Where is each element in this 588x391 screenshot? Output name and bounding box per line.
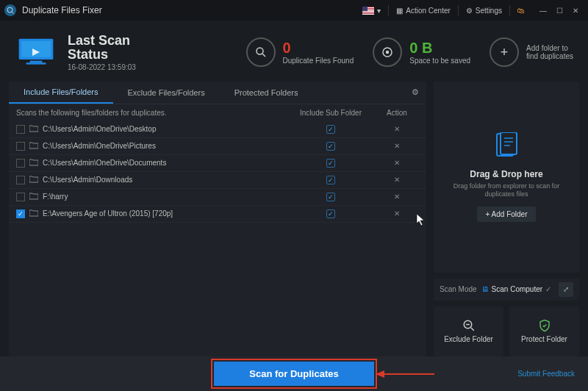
include-subfolder-checkbox[interactable]: ✓ bbox=[287, 209, 375, 218]
folder-icon bbox=[29, 193, 38, 201]
folder-path: C:\Users\Admin\Downloads bbox=[43, 176, 287, 184]
folder-list: C:\Users\Admin\OneDrive\Desktop✓✕C:\User… bbox=[9, 121, 426, 356]
include-subfolder-checkbox[interactable]: ✓ bbox=[287, 176, 375, 184]
cart-icon: 🛍 bbox=[517, 7, 525, 15]
folder-path: C:\Users\Admin\OneDrive\Documents bbox=[43, 159, 287, 167]
svg-rect-4 bbox=[26, 63, 46, 65]
flag-icon bbox=[362, 7, 374, 15]
row-checkbox[interactable]: ✓ bbox=[16, 209, 25, 218]
folder-icon bbox=[29, 142, 38, 151]
remove-row-button[interactable]: ✕ bbox=[375, 209, 419, 218]
magnifier-minus-icon bbox=[462, 319, 476, 332]
row-checkbox[interactable] bbox=[16, 159, 25, 168]
settings-button[interactable]: ⚙ Settings bbox=[460, 7, 508, 15]
row-checkbox[interactable] bbox=[16, 176, 25, 184]
expand-button[interactable]: ⤢ bbox=[559, 282, 573, 297]
include-subfolder-checkbox[interactable]: ✓ bbox=[287, 159, 375, 168]
drop-desc: Drag folder from explorer to scan for du… bbox=[441, 182, 572, 199]
folder-icon bbox=[29, 209, 38, 218]
titlebar: Duplicate Files Fixer ▾ ▦ Action Center … bbox=[0, 0, 588, 21]
svg-point-0 bbox=[7, 7, 12, 12]
remove-row-button[interactable]: ✕ bbox=[375, 125, 419, 133]
footer: Scan for Duplicates Submit Feedback bbox=[0, 356, 588, 391]
protect-folder-button[interactable]: Protect Folder bbox=[509, 306, 579, 356]
scan-button-highlight: Scan for Duplicates bbox=[211, 359, 376, 389]
svg-rect-3 bbox=[30, 61, 43, 63]
table-row: ✓E:\Avengers Age of Ultron (2015) [720p]… bbox=[9, 206, 426, 223]
remove-row-button[interactable]: ✕ bbox=[375, 159, 419, 167]
header: Last ScanStatus 16-08-2022 13:59:03 0 Du… bbox=[0, 21, 588, 82]
tab-settings-button[interactable]: ⚙ bbox=[404, 83, 426, 101]
monitor-icon bbox=[15, 36, 57, 68]
folder-path: F:\harry bbox=[43, 193, 287, 201]
close-button[interactable]: ✕ bbox=[567, 2, 584, 18]
files-panel: Include Files/Folders Exclude Files/Fold… bbox=[9, 82, 426, 356]
last-scan-status: Last ScanStatus 16-08-2022 13:59:03 bbox=[68, 34, 136, 71]
add-folder-header-button[interactable]: + Add folder to find duplicates bbox=[490, 37, 573, 67]
row-checkbox[interactable] bbox=[16, 125, 25, 134]
language-flag[interactable]: ▾ bbox=[356, 7, 387, 15]
include-subfolder-checkbox[interactable]: ✓ bbox=[287, 125, 375, 134]
tab-include[interactable]: Include Files/Folders bbox=[9, 82, 113, 104]
space-saved-stat: 0 B Space to be saved bbox=[373, 37, 470, 67]
gear-icon: ⚙ bbox=[466, 7, 473, 15]
drop-title: Drag & Drop here bbox=[470, 169, 542, 179]
scan-button[interactable]: Scan for Duplicates bbox=[214, 362, 373, 386]
table-row: C:\Users\Admin\OneDrive\Documents✓✕ bbox=[9, 155, 426, 172]
magnifier-icon bbox=[246, 37, 276, 67]
table-row: C:\Users\Admin\Downloads✓✕ bbox=[9, 172, 426, 189]
grid-icon: ▦ bbox=[396, 7, 403, 15]
drop-zone[interactable]: Drag & Drop here Drag folder from explor… bbox=[434, 82, 579, 273]
folder-icon bbox=[29, 159, 38, 168]
cart-button[interactable]: 🛍 bbox=[512, 7, 531, 15]
action-center-button[interactable]: ▦ Action Center bbox=[390, 7, 456, 15]
folder-path: E:\Avengers Age of Ultron (2015) [720p] bbox=[43, 209, 287, 218]
remove-row-button[interactable]: ✕ bbox=[375, 193, 419, 201]
svg-point-7 bbox=[387, 51, 389, 54]
table-header: Scans the following files/folders for du… bbox=[9, 104, 426, 121]
svg-rect-2 bbox=[21, 41, 51, 57]
shield-check-icon bbox=[538, 319, 551, 332]
row-checkbox[interactable] bbox=[16, 193, 25, 201]
table-row: C:\Users\Admin\OneDrive\Desktop✓✕ bbox=[9, 121, 426, 138]
app-logo-icon bbox=[4, 4, 16, 16]
exclude-folder-button[interactable]: Exclude Folder bbox=[434, 306, 503, 356]
arrow-annotation-icon bbox=[376, 367, 434, 381]
app-title: Duplicate Files Fixer bbox=[22, 5, 102, 15]
folder-path: C:\Users\Admin\OneDrive\Pictures bbox=[43, 142, 287, 150]
svg-rect-9 bbox=[501, 132, 517, 154]
tab-exclude[interactable]: Exclude Files/Folders bbox=[113, 82, 220, 103]
add-folder-button[interactable]: + Add Folder bbox=[477, 207, 537, 222]
submit-feedback-link[interactable]: Submit Feedback bbox=[517, 370, 575, 378]
tabs: Include Files/Folders Exclude Files/Fold… bbox=[9, 82, 426, 104]
folder-path: C:\Users\Admin\OneDrive\Desktop bbox=[43, 125, 287, 133]
maximize-button[interactable]: ☐ bbox=[551, 2, 567, 18]
minimize-button[interactable]: — bbox=[535, 2, 551, 18]
folder-icon bbox=[29, 125, 38, 134]
remove-row-button[interactable]: ✕ bbox=[375, 176, 419, 184]
remove-row-button[interactable]: ✕ bbox=[375, 142, 419, 150]
timestamp: 16-08-2022 13:59:03 bbox=[68, 63, 136, 71]
check-icon: ✓ bbox=[545, 285, 551, 293]
tab-protected[interactable]: Protected Folders bbox=[220, 82, 313, 103]
duplicate-files-stat: 0 Duplicate Files Found bbox=[246, 37, 354, 67]
include-subfolder-checkbox[interactable]: ✓ bbox=[287, 142, 375, 151]
table-row: C:\Users\Admin\OneDrive\Pictures✓✕ bbox=[9, 138, 426, 155]
plus-icon: + bbox=[490, 37, 519, 67]
svg-point-5 bbox=[257, 48, 263, 54]
svg-marker-16 bbox=[376, 370, 384, 378]
table-row: F:\harry✓✕ bbox=[9, 189, 426, 206]
include-subfolder-checkbox[interactable]: ✓ bbox=[287, 193, 375, 201]
disk-icon bbox=[373, 37, 402, 67]
row-checkbox[interactable] bbox=[16, 142, 25, 151]
computer-icon: 🖥 bbox=[481, 285, 489, 293]
folder-icon bbox=[29, 176, 38, 184]
scan-mode-selector[interactable]: Scan Mode 🖥 Scan Computer ✓ ⤢ bbox=[434, 279, 579, 301]
document-icon bbox=[494, 132, 519, 163]
